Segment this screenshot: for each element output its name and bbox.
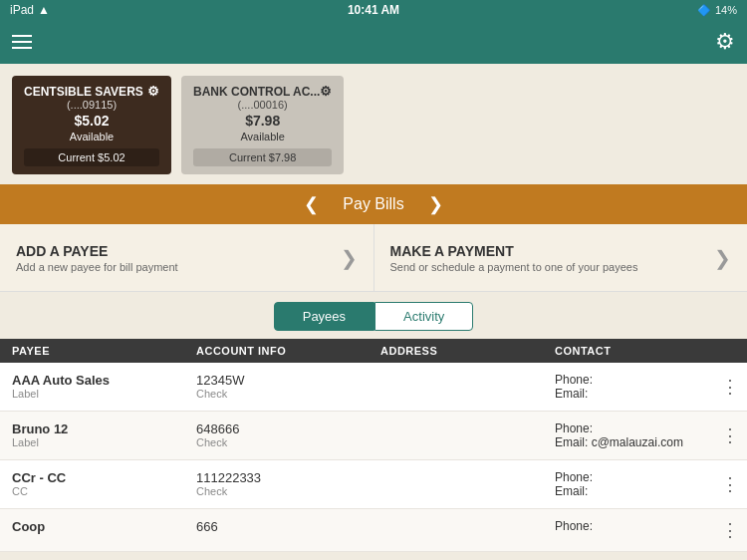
account-cell-0: 12345W Check [184,373,369,400]
make-payment-action[interactable]: MAKE A PAYMENT Send or schedule a paymen… [374,224,748,291]
row-menu-3[interactable]: ⋮ [721,519,747,541]
account-cell-3: 666 [184,519,369,534]
header-contact: CONTACT [543,345,747,357]
contact-cell-3: Phone: [543,519,721,533]
bluetooth-icon: 🔷 [697,4,711,17]
tabs-row: Payees Activity [0,292,747,331]
device-label: iPad [10,3,34,17]
account-available-1: Available [193,131,332,142]
status-bar-time: 10:41 AM [348,3,399,17]
account-name-0: CENTSIBLE SAVERS [24,85,143,99]
payee-cell-3: Coop [0,519,184,534]
account-cell-2: 111222333 Check [184,470,369,497]
account-gear-1[interactable]: ⚙ [320,84,332,99]
table-row: CCr - CC CC 111222333 Check Phone: Email… [0,460,747,509]
add-payee-chevron: ❯ [341,246,358,270]
account-number-1: (....00016) [193,99,332,111]
top-nav: ⚙ [0,20,747,64]
menu-button[interactable] [12,35,32,49]
tab-payees[interactable]: Payees [274,302,374,331]
pay-bills-label: Pay Bills [343,195,403,213]
make-payment-text: MAKE A PAYMENT Send or schedule a paymen… [390,243,715,273]
row-menu-1[interactable]: ⋮ [721,424,747,446]
make-payment-title: MAKE A PAYMENT [390,243,715,259]
account-amount-1: $7.98 [193,113,332,129]
pay-bills-banner[interactable]: ❮ Pay Bills ❯ [0,184,747,224]
settings-button[interactable]: ⚙ [715,29,735,55]
header-account: ACCOUNT INFO [184,345,369,357]
account-amount-0: $5.02 [24,113,159,129]
add-payee-action[interactable]: ADD A PAYEE Add a new payee for bill pay… [0,224,374,291]
header-payee: PAYEE [0,345,184,357]
account-available-0: Available [24,131,159,142]
account-card-0[interactable]: CENTSIBLE SAVERS ⚙ (....09115) $5.02 Ava… [12,76,171,174]
payee-cell-1: Bruno 12 Label [0,421,184,448]
table-row: Bruno 12 Label 648666 Check Phone: Email… [0,412,747,460]
pay-bills-left-arrow[interactable]: ❮ [304,193,319,215]
row-menu-2[interactable]: ⋮ [721,473,747,495]
battery-label: 14% [715,4,737,16]
payee-cell-2: CCr - CC CC [0,470,184,497]
contact-cell-1: Phone: Email: c@malauzai.com [543,421,721,449]
add-payee-text: ADD A PAYEE Add a new payee for bill pay… [16,243,341,273]
contact-cell-0: Phone: Email: [543,373,721,401]
add-payee-subtitle: Add a new payee for bill payment [16,261,341,273]
account-gear-0[interactable]: ⚙ [147,84,159,99]
row-menu-0[interactable]: ⋮ [721,376,747,398]
payee-cell-0: AAA Auto Sales Label [0,373,184,400]
actions-row: ADD A PAYEE Add a new payee for bill pay… [0,224,747,292]
table-header: PAYEE ACCOUNT INFO ADDRESS CONTACT [0,339,747,363]
add-payee-title: ADD A PAYEE [16,243,341,259]
account-current-1: Current $7.98 [193,148,332,166]
header-address: ADDRESS [369,345,543,357]
pay-bills-right-arrow[interactable]: ❯ [428,193,443,215]
accounts-section: CENTSIBLE SAVERS ⚙ (....09115) $5.02 Ava… [0,64,747,174]
table-row: Coop 666 Phone: ⋮ [0,509,747,552]
status-bar-left: iPad ▲ [10,3,50,17]
payees-table: PAYEE ACCOUNT INFO ADDRESS CONTACT AAA A… [0,339,747,552]
contact-cell-2: Phone: Email: [543,470,721,498]
make-payment-chevron: ❯ [714,246,731,270]
account-number-0: (....09115) [24,99,159,111]
account-name-1: BANK CONTROL AC... [193,85,320,99]
account-current-0: Current $5.02 [24,148,159,166]
wifi-icon: ▲ [38,3,50,17]
tab-activity[interactable]: Activity [374,302,473,331]
make-payment-subtitle: Send or schedule a payment to one of you… [390,261,715,273]
status-bar: iPad ▲ 10:41 AM 🔷 14% [0,0,747,20]
account-cell-1: 648666 Check [184,421,369,448]
status-bar-right: 🔷 14% [697,4,737,17]
table-row: AAA Auto Sales Label 12345W Check Phone:… [0,363,747,412]
account-card-1[interactable]: BANK CONTROL AC... ⚙ (....00016) $7.98 A… [181,76,344,174]
